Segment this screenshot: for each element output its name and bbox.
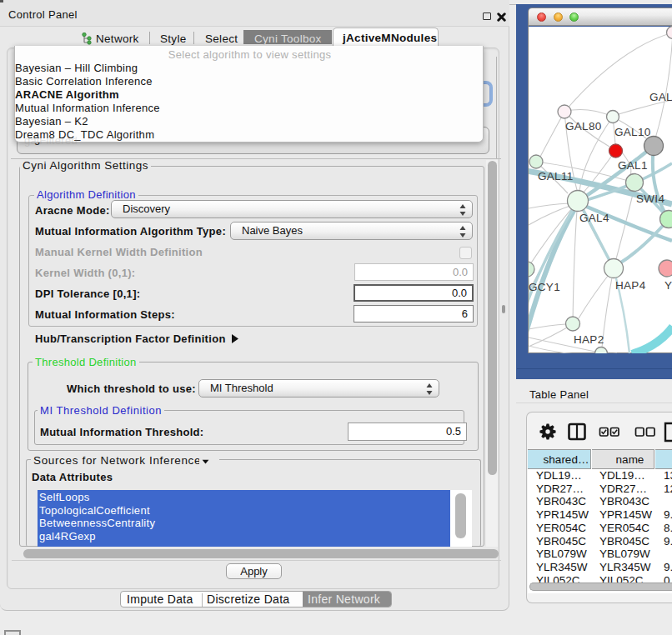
svg-text:GCY1: GCY1: [529, 281, 560, 293]
svg-text:SWI4: SWI4: [636, 192, 664, 205]
svg-text:GAL4: GAL4: [579, 212, 609, 224]
svg-text:GAL11: GAL11: [538, 170, 574, 182]
svg-text:GAL80: GAL80: [565, 120, 602, 132]
svg-text:GAL10: GAL10: [614, 126, 651, 138]
svg-text:Y: Y: [664, 279, 672, 292]
svg-text:GAL: GAL: [649, 91, 672, 103]
svg-text:HAP2: HAP2: [574, 333, 604, 346]
svg-text:HAP4: HAP4: [615, 279, 646, 292]
svg-text:GAL1: GAL1: [618, 159, 648, 172]
